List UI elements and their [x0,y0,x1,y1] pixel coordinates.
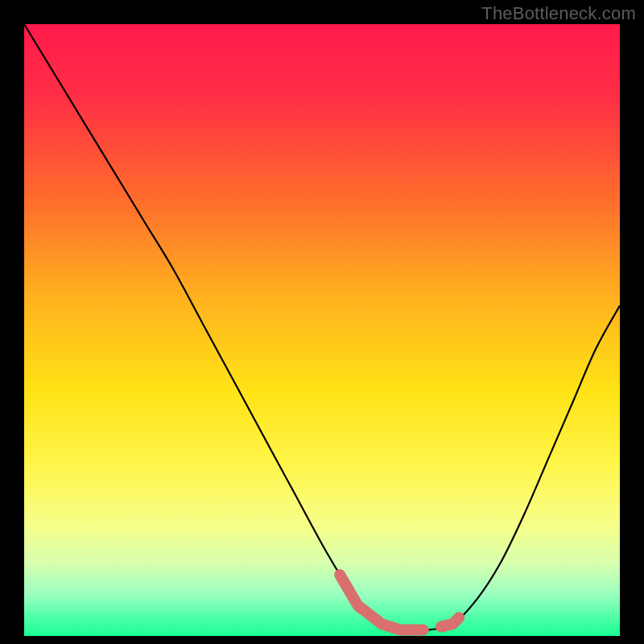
watermark-text: TheBottleneck.com [481,3,636,24]
bottleneck-chart [0,0,644,644]
chart-frame: TheBottleneck.com [0,0,644,644]
